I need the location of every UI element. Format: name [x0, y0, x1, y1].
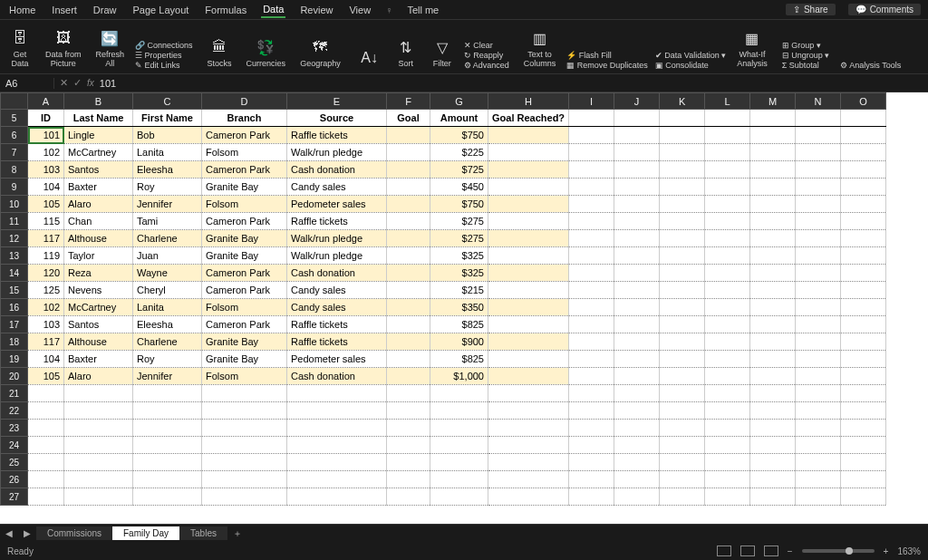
cell-E12[interactable]: Walk/run pledge — [287, 230, 387, 247]
row-header-22[interactable]: 22 — [1, 402, 28, 420]
cell-A10[interactable]: 105 — [28, 196, 64, 213]
tab-next[interactable]: ▶ — [18, 528, 36, 538]
cell-A15[interactable]: 125 — [28, 282, 64, 299]
tab-prev[interactable]: ◀ — [0, 528, 18, 538]
cell-O10[interactable] — [841, 196, 886, 213]
cell-G15[interactable]: $215 — [430, 282, 488, 299]
cell-C26[interactable] — [133, 471, 202, 488]
col-header-K[interactable]: K — [660, 93, 705, 110]
cell-H23[interactable] — [488, 420, 569, 437]
cell-F15[interactable] — [387, 282, 430, 299]
cell-G24[interactable] — [430, 437, 488, 454]
cell-C15[interactable]: Cheryl — [133, 282, 202, 299]
cell-B21[interactable] — [64, 385, 133, 402]
stocks-button[interactable]: 🏛Stocks — [204, 35, 236, 70]
cell-M11[interactable] — [750, 213, 796, 230]
cell-G6[interactable]: $750 — [430, 127, 488, 144]
cell-M6[interactable] — [750, 127, 796, 144]
cell-F11[interactable] — [387, 213, 430, 230]
cell-F13[interactable] — [387, 247, 430, 265]
col-header-G[interactable]: G — [430, 93, 488, 110]
cell-A18[interactable]: 117 — [28, 333, 64, 351]
cell-A19[interactable]: 104 — [28, 351, 64, 368]
cell-H26[interactable] — [488, 471, 569, 488]
cell-G16[interactable]: $350 — [430, 299, 488, 316]
row-header-25[interactable]: 25 — [1, 454, 28, 471]
cell-F27[interactable] — [387, 488, 430, 506]
cell-B14[interactable]: Reza — [64, 265, 133, 282]
cell-B23[interactable] — [64, 420, 133, 437]
row-header-24[interactable]: 24 — [1, 437, 28, 454]
cell-H22[interactable] — [488, 402, 569, 420]
cell-C19[interactable]: Roy — [133, 351, 202, 368]
cell-A20[interactable]: 105 — [28, 368, 64, 385]
menu-home[interactable]: Home — [7, 3, 37, 17]
cell-N19[interactable] — [796, 351, 841, 368]
cell-G12[interactable]: $275 — [430, 230, 488, 247]
cell-G11[interactable]: $275 — [430, 213, 488, 230]
cell-C25[interactable] — [133, 454, 202, 471]
cell-I26[interactable] — [569, 471, 614, 488]
cell-L16[interactable] — [705, 299, 750, 316]
col-header-H[interactable]: H — [488, 93, 569, 110]
cell-K11[interactable] — [660, 213, 705, 230]
cell-H16[interactable] — [488, 299, 569, 316]
cell-K8[interactable] — [660, 161, 705, 179]
cell-I5[interactable] — [569, 110, 614, 127]
cell-D15[interactable]: Cameron Park — [202, 282, 287, 299]
data-from-picture-button[interactable]: 🖼Data from Picture — [42, 26, 85, 70]
cell-O16[interactable] — [841, 299, 886, 316]
cell-J8[interactable] — [614, 161, 660, 179]
cell-L27[interactable] — [705, 488, 750, 506]
cell-M23[interactable] — [750, 420, 796, 437]
cell-I17[interactable] — [569, 316, 614, 333]
cell-K9[interactable] — [660, 179, 705, 196]
cell-M24[interactable] — [750, 437, 796, 454]
cell-G14[interactable]: $325 — [430, 265, 488, 282]
remove-duplicates-button[interactable]: ▦ Remove Duplicates — [566, 61, 648, 70]
cell-H14[interactable] — [488, 265, 569, 282]
cell-A16[interactable]: 102 — [28, 299, 64, 316]
consolidate-button[interactable]: ▣ Consolidate — [655, 61, 726, 70]
cell-L8[interactable] — [705, 161, 750, 179]
cell-K27[interactable] — [660, 488, 705, 506]
cell-B5[interactable]: Last Name — [64, 110, 133, 127]
cell-H13[interactable] — [488, 247, 569, 265]
cell-F25[interactable] — [387, 454, 430, 471]
view-page-layout-icon[interactable] — [740, 546, 755, 556]
cell-B11[interactable]: Chan — [64, 213, 133, 230]
cell-J13[interactable] — [614, 247, 660, 265]
col-header-E[interactable]: E — [287, 93, 387, 110]
cell-E18[interactable]: Raffle tickets — [287, 333, 387, 351]
row-header-21[interactable]: 21 — [1, 385, 28, 402]
row-header-9[interactable]: 9 — [1, 179, 28, 196]
cell-C27[interactable] — [133, 488, 202, 506]
cell-N17[interactable] — [796, 316, 841, 333]
col-header-F[interactable]: F — [387, 93, 430, 110]
cell-D20[interactable]: Folsom — [202, 368, 287, 385]
cell-A21[interactable] — [28, 385, 64, 402]
what-if-button[interactable]: ▦What-If Analysis — [733, 26, 771, 70]
cell-H24[interactable] — [488, 437, 569, 454]
cell-D11[interactable]: Cameron Park — [202, 213, 287, 230]
cell-F24[interactable] — [387, 437, 430, 454]
cell-M17[interactable] — [750, 316, 796, 333]
cell-O27[interactable] — [841, 488, 886, 506]
cell-J10[interactable] — [614, 196, 660, 213]
cell-K25[interactable] — [660, 454, 705, 471]
cell-J6[interactable] — [614, 127, 660, 144]
cell-J27[interactable] — [614, 488, 660, 506]
menu-view[interactable]: View — [347, 3, 372, 17]
cell-F17[interactable] — [387, 316, 430, 333]
cell-L17[interactable] — [705, 316, 750, 333]
cell-C6[interactable]: Bob — [133, 127, 202, 144]
cell-F26[interactable] — [387, 471, 430, 488]
cell-B22[interactable] — [64, 402, 133, 420]
cell-E13[interactable]: Walk/run pledge — [287, 247, 387, 265]
menu-formulas[interactable]: Formulas — [203, 3, 248, 17]
cell-N24[interactable] — [796, 437, 841, 454]
cell-L5[interactable] — [705, 110, 750, 127]
cell-M16[interactable] — [750, 299, 796, 316]
cell-B20[interactable]: Alaro — [64, 368, 133, 385]
cell-J5[interactable] — [614, 110, 660, 127]
